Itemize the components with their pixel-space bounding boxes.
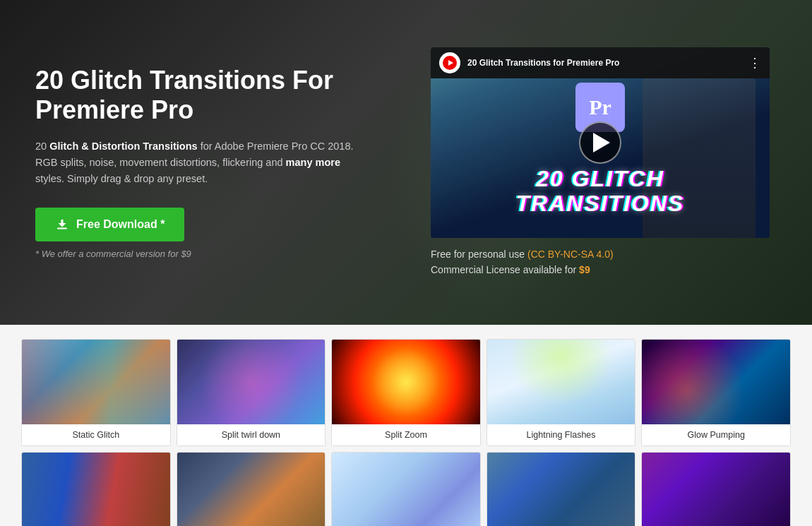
license-text: Free for personal use	[431, 249, 527, 260]
desc-bold1: Glitch & Distortion Transitions	[49, 141, 197, 152]
hero-content: 20 Glitch Transitions For Premiere Pro 2…	[0, 19, 812, 306]
grid-label-split-zoom: Split Zoom	[332, 424, 480, 446]
grid-item-lightning-flashes[interactable]: Lightning Flashes	[486, 339, 636, 446]
video-info: Free for personal use (CC BY-NC-SA 4.0) …	[431, 246, 777, 278]
video-text-overlay: 20 GLITCH TRANSITIONS	[431, 167, 770, 216]
desc-bold2: many more	[286, 157, 340, 168]
hero-title: 20 Glitch Transitions For Premiere Pro	[35, 66, 388, 124]
thumb-lightning-flashes	[487, 340, 635, 424]
thumb-static-glitch	[22, 340, 170, 424]
thumb-data-moshing	[487, 453, 635, 526]
grid-label-static-glitch: Static Glitch	[22, 424, 170, 446]
thumb-blob-zoom	[642, 453, 790, 526]
grid-item-data-moshing[interactable]: Data moshing	[486, 452, 636, 526]
desc-text3: styles. Simply drag & drop any preset.	[35, 173, 208, 184]
grid-label-lightning-flashes: Lightning Flashes	[487, 424, 635, 446]
thumb-chaos-zoom	[332, 453, 480, 526]
glitch-text-line1: 20 GLITCH	[431, 167, 770, 191]
grid-item-chaos-zoom[interactable]: Chaos zoom	[331, 452, 481, 526]
grid-section: Static GlitchSplit twirl downSplit ZoomL…	[0, 325, 812, 526]
thumb-glitched-light-leak	[177, 453, 326, 526]
grid-label-split-twirl-down: Split twirl down	[177, 424, 326, 446]
grid-item-glitched-whip-pan[interactable]: Glitched Whip Pan	[21, 452, 171, 526]
commercial-license-text: Commercial License available for	[431, 264, 579, 275]
hero-section: 20 Glitch Transitions For Premiere Pro 2…	[0, 0, 812, 325]
channel-icon	[439, 52, 460, 73]
glitch-text-line2: TRANSITIONS	[431, 191, 770, 216]
license-line: Free for personal use (CC BY-NC-SA 4.0)	[431, 246, 777, 262]
grid-item-split-twirl-down[interactable]: Split twirl down	[177, 339, 326, 446]
grid-item-glow-pumping[interactable]: Glow Pumping	[641, 339, 791, 446]
commercial-note: * We offer a commercial version for $9	[35, 249, 388, 259]
desc-text1: 20	[35, 141, 49, 152]
play-icon	[593, 133, 610, 153]
commercial-line: Commercial License available for $9	[431, 262, 777, 277]
license-link[interactable]: (CC BY-NC-SA 4.0)	[527, 249, 614, 260]
thumb-glow-pumping	[642, 340, 790, 424]
grid-item-glitched-light-leak[interactable]: Glitched Light Leak	[177, 452, 326, 526]
grid-item-blob-zoom[interactable]: Blob Zoom	[641, 452, 791, 526]
download-button[interactable]: Free Download *	[35, 208, 184, 241]
grid-row-2: Glitched Whip PanGlitched Light LeakChao…	[21, 452, 791, 526]
video-options-icon[interactable]: ⋮	[748, 55, 761, 71]
video-container[interactable]: 20 Glitch Transitions for Premiere Pro ⋮…	[431, 47, 770, 238]
grid-item-static-glitch[interactable]: Static Glitch	[21, 339, 171, 446]
grid-label-glow-pumping: Glow Pumping	[642, 424, 790, 446]
thumb-split-zoom	[332, 340, 480, 424]
hero-description: 20 Glitch & Distortion Transitions for A…	[35, 138, 360, 188]
download-label: Free Download *	[76, 218, 165, 231]
video-header: 20 Glitch Transitions for Premiere Pro ⋮	[431, 47, 770, 78]
play-button[interactable]	[579, 121, 621, 164]
download-icon	[55, 217, 69, 232]
thumb-split-twirl-down	[177, 340, 326, 424]
hero-left-panel: 20 Glitch Transitions For Premiere Pro 2…	[35, 66, 388, 258]
hero-right-panel: 20 Glitch Transitions for Premiere Pro ⋮…	[431, 47, 777, 278]
svg-rect-0	[57, 227, 67, 229]
video-title: 20 Glitch Transitions for Premiere Pro	[467, 58, 741, 68]
grid-row-1: Static GlitchSplit twirl downSplit ZoomL…	[21, 339, 791, 446]
thumb-glitched-whip-pan	[22, 453, 170, 526]
grid-item-split-zoom[interactable]: Split Zoom	[331, 339, 481, 446]
commercial-price: $9	[579, 264, 590, 275]
